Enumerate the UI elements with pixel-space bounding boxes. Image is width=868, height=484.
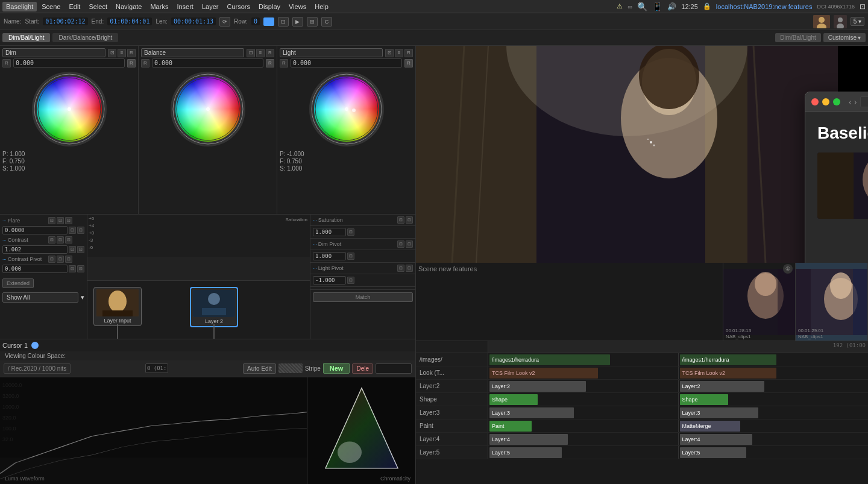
menu-scene[interactable]: Scene [38,2,64,11]
menu-insert[interactable]: Insert [173,2,197,11]
dp-btn2[interactable]: ⊡ [406,240,413,248]
contrast-r-btn2[interactable]: ⊡ [77,246,84,253]
light-icon-1[interactable]: ⊡ [385,49,394,57]
dp-btn1[interactable]: ⊡ [397,240,404,248]
dp-r-btn[interactable]: ⊡ [347,253,354,260]
url-bar[interactable]: mac.blconform.filmlight.co.uk [860,96,868,107]
contrast-btn2[interactable]: ⊡ [57,236,64,244]
tab-dark-balance-bright[interactable]: Dark/Balance/Bright [52,33,118,42]
dim-reset-icon[interactable]: R [2,59,11,68]
balance-wheel-section: Balance ⊡ ≡ R R R [139,46,277,214]
dim-dropdown[interactable]: Dim [2,48,105,57]
contrast-btn1[interactable]: ⊡ [48,236,55,244]
dim-color-wheel[interactable] [30,70,108,148]
menu-select[interactable]: Select [85,2,111,11]
icon-btn-3[interactable]: ▶ [292,17,303,27]
icon-btn-1[interactable]: ⟳ [219,17,230,27]
light-r-button[interactable]: R [404,59,413,68]
menu-navigate[interactable]: Navigate [112,2,145,11]
lp-value-input[interactable] [313,276,346,284]
dim-icon-1[interactable]: ⊡ [108,49,116,57]
cp-btn1[interactable]: ⊡ [48,256,55,263]
flare-btn3[interactable]: ⊡ [65,217,72,224]
vcs-label: Viewing Colour Space: [5,353,66,359]
cp-btn3[interactable]: ⊡ [65,256,72,263]
contrast-value-input[interactable] [2,245,68,254]
forward-arrow[interactable]: › [854,97,857,107]
cp-r-btn2[interactable]: ⊡ [77,265,84,272]
icon-btn-5[interactable]: C [321,17,332,27]
timeline-search-input[interactable] [376,363,412,374]
flare-btn1[interactable]: ⊡ [48,217,55,224]
auto-edit-btn[interactable]: Auto Edit [243,363,276,374]
cp-value-input[interactable] [2,265,68,273]
color-swatch[interactable] [263,17,274,26]
light-icon-2[interactable]: ≡ [395,49,403,57]
balance-color-wheel[interactable] [169,70,247,148]
sat-btn2[interactable]: ⊡ [406,216,413,224]
extended-btn[interactable]: Extended [2,278,34,288]
flare-r-btn2[interactable]: ⊡ [77,227,84,234]
dim-icon-r[interactable]: R [127,49,136,57]
lp-btn1[interactable]: ⊡ [397,265,404,272]
light-reset-icon[interactable]: R [280,59,288,68]
node-area: +6 +4 +0 -3 -6 Saturation [87,215,310,339]
minimize-window-button[interactable] [822,98,829,105]
light-color-wheel[interactable] [307,70,386,148]
balance-value-input[interactable] [152,58,263,68]
balance-dropdown[interactable]: Balance [141,48,244,57]
customise-button[interactable]: Customise ▾ [823,33,866,42]
menu-marks[interactable]: Marks [146,2,172,11]
dim-r-button[interactable]: R [127,59,136,68]
dim-value-input[interactable]: 0.000 [13,58,125,68]
menu-edit[interactable]: Edit [65,2,84,11]
end-value[interactable]: 01:00:04:01 [107,17,152,25]
sat-value-input[interactable] [313,228,346,236]
delete-button[interactable]: Dele [352,363,373,374]
menu-help[interactable]: Help [311,2,332,11]
fullscreen-icon[interactable]: ⊡ [860,2,866,11]
balance-r-button[interactable]: R [266,59,274,68]
layer-input-node[interactable]: Layer Input [93,287,142,326]
flare-btn2[interactable]: ⊡ [57,217,64,224]
match-button[interactable]: Match [313,292,413,302]
balance-icon-1[interactable]: ⊡ [247,49,255,57]
dim-icon-2[interactable]: ≡ [118,49,126,57]
sat-btn1[interactable]: ⊡ [397,216,404,224]
menu-display[interactable]: Display [255,2,284,11]
flare-r-btn[interactable]: ⊡ [69,227,76,234]
waveform-label: Luma Waveform [5,476,45,482]
cp-btn2[interactable]: ⊡ [57,256,64,263]
new-button[interactable]: New [323,363,350,374]
icon-btn-4[interactable]: ⊞ [307,17,318,27]
menu-views[interactable]: Views [285,2,310,11]
menu-layer[interactable]: Layer [198,2,222,11]
show-all-dropdown[interactable]: Show All [2,292,78,303]
icon-btn-2[interactable]: ⊡ [278,17,289,27]
balance-icon-r[interactable]: R [266,49,274,57]
lp-btn2[interactable]: ⊡ [406,265,413,272]
flare-value-input[interactable] [2,226,68,234]
sat-r-btn[interactable]: ⊡ [347,228,354,236]
back-arrow[interactable]: ‹ [849,97,852,107]
row-value[interactable]: 0 [251,17,260,25]
svg-rect-27 [202,308,226,315]
contrast-r-btn[interactable]: ⊡ [69,246,76,253]
tab-dim-bal-light[interactable]: Dim/Bal/Light [2,33,50,42]
lp-r-btn[interactable]: ⊡ [347,277,354,284]
dp-value-input[interactable] [313,252,346,260]
light-dropdown[interactable]: Light [280,48,383,57]
search-icon[interactable]: 🔍 [637,2,647,11]
menu-baselight[interactable]: Baselight [2,2,37,11]
maximize-window-button[interactable] [833,98,840,105]
light-icon-r[interactable]: R [404,49,413,57]
close-window-button[interactable] [811,98,819,105]
cp-r-btn[interactable]: ⊡ [69,265,76,272]
contrast-btn3[interactable]: ⊡ [65,236,72,244]
balance-icon-2[interactable]: ≡ [256,49,265,57]
balance-reset-icon[interactable]: R [141,59,149,68]
menu-cursors[interactable]: Cursors [223,2,254,11]
light-value-input[interactable] [291,58,402,68]
layer2-node[interactable]: Layer 2 [190,287,238,327]
start-value[interactable]: 01:00:02:12 [43,17,87,25]
